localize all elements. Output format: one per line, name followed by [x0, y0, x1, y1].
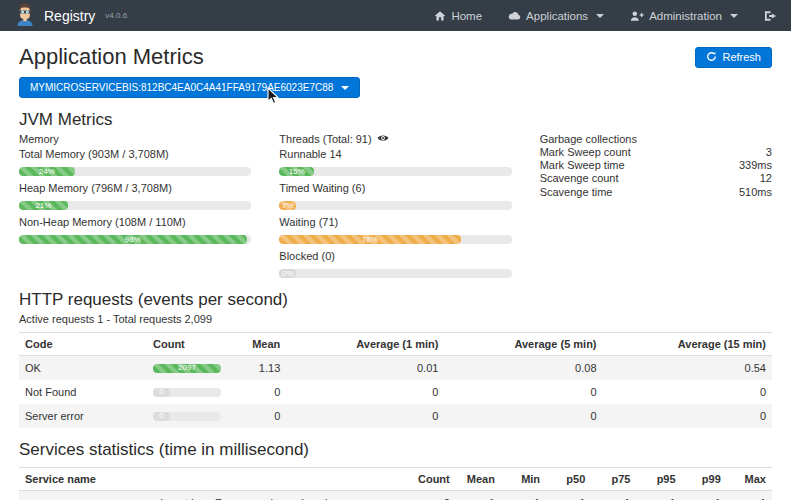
memory-heading: Memory: [19, 133, 251, 146]
metric-label: Non-Heap Memory (108M / 110M): [19, 216, 251, 229]
chevron-down-icon: [730, 14, 738, 18]
progress-bar: 0: [153, 388, 170, 397]
gc-label: Mark Sweep count: [540, 146, 631, 159]
jhipster-logo-icon: [14, 2, 36, 30]
col-header-code: Code: [19, 333, 147, 356]
avg15-cell: 0: [603, 380, 772, 404]
metric-label: Heap Memory (796M / 3,708M): [19, 182, 251, 195]
threads-column: Threads (Total: 91) Runnable 14 15%: [279, 133, 511, 278]
gc-row-scavenge-count: Scavenge count 12: [540, 172, 772, 185]
progress-bar: 15%: [279, 167, 314, 176]
gc-column: Garbage collections Mark Sweep count 3 M…: [540, 133, 772, 278]
metric-runnable: Runnable 14 15%: [279, 148, 511, 176]
nav-item-label: Applications: [526, 10, 588, 22]
progress-track: 0: [153, 412, 221, 421]
count-cell: 0: [147, 380, 245, 404]
page-title: Application Metrics: [19, 44, 204, 70]
p99-cell: 1: [682, 491, 727, 500]
nav-item-administration[interactable]: Administration: [630, 10, 738, 22]
mean-cell: 0: [245, 404, 286, 428]
col-header-avg15: Average (15 min): [603, 333, 772, 356]
col-header-mean: Mean: [456, 468, 501, 491]
progress-bar: 0: [153, 412, 170, 421]
gc-heading: Garbage collections: [540, 133, 772, 146]
code-cell: OK: [19, 356, 147, 381]
col-header-min: Min: [501, 468, 546, 491]
count-cell: 2097: [147, 356, 245, 381]
http-requests-summary: Active requests 1 - Total requests 2,099: [19, 313, 772, 325]
avg15-cell: 0.54: [603, 356, 772, 381]
metric-label: Runnable 14: [279, 148, 511, 161]
p95-cell: 1: [636, 491, 681, 500]
progress-track: 2097: [153, 364, 221, 373]
progress-bar: 7%: [279, 201, 296, 210]
refresh-button[interactable]: Refresh: [695, 47, 772, 68]
progress-track: 0: [153, 388, 221, 397]
metric-label: Timed Waiting (6): [279, 182, 511, 195]
jvm-metrics-grid: Memory Total Memory (903M / 3,708M) 24% …: [19, 133, 772, 278]
p50-cell: 1: [546, 491, 591, 500]
progress-track: 21%: [19, 201, 251, 210]
col-header-count: Count: [147, 333, 245, 356]
col-header-p50: p50: [546, 468, 591, 491]
table-row-ok: OK 2097 1.13 0.01 0.08 0.54: [19, 356, 772, 381]
main-content: Application Metrics Refresh MYMICROSERVI…: [0, 44, 791, 500]
metric-non-heap-memory: Non-Heap Memory (108M / 110M) 98%: [19, 216, 251, 244]
col-header-count: Count: [411, 468, 456, 491]
avg1-cell: 0.01: [286, 356, 444, 381]
metric-label: Total Memory (903M / 3,708M): [19, 148, 251, 161]
max-cell: 1: [727, 491, 772, 500]
avg1-cell: 0: [286, 404, 444, 428]
chevron-down-icon: [341, 86, 349, 90]
gc-row-scavenge-time: Scavenge time 510ms: [540, 186, 772, 199]
table-row-server-error: Server error 0 0 0 0 0: [19, 404, 772, 428]
mean-cell: 0: [245, 380, 286, 404]
services-statistics-table: Service name Count Mean Min p50 p75 p95 …: [19, 467, 772, 500]
code-cell: Server error: [19, 404, 147, 428]
min-cell: 1: [501, 491, 546, 500]
brand-version: v4.0.6: [105, 11, 127, 20]
gc-label: Scavenge count: [540, 172, 619, 185]
col-header-mean: Mean: [245, 333, 286, 356]
nav-item-logout[interactable]: [764, 10, 777, 22]
metric-label: Blocked (0): [279, 250, 511, 263]
jvm-metrics-heading: JVM Metrics: [19, 110, 772, 130]
instance-selector-dropdown[interactable]: MYMICROSERVICEBIS:812BC4EA0C4A41FFA9179A…: [19, 77, 360, 98]
table-header-row: Service name Count Mean Min p50 p75 p95 …: [19, 468, 772, 491]
count-cell: 0: [147, 404, 245, 428]
col-header-max: Max: [727, 468, 772, 491]
col-header-service-name: Service name: [19, 468, 411, 491]
p75-cell: 1: [591, 491, 636, 500]
memory-column: Memory Total Memory (903M / 3,708M) 24% …: [19, 133, 251, 278]
nav-item-label: Home: [451, 10, 482, 22]
avg15-cell: 0: [603, 404, 772, 428]
col-header-p95: p95: [636, 468, 681, 491]
avg1-cell: 0: [286, 380, 444, 404]
table-row-changelevel: com.mycompany.myapp.web.rest.LogsResourc…: [19, 491, 772, 500]
nav-item-applications[interactable]: Applications: [508, 10, 604, 22]
count-cell: 2: [411, 491, 456, 500]
gc-value: 3: [766, 146, 772, 159]
progress-track: 24%: [19, 167, 251, 176]
instance-selector-label: MYMICROSERVICEBIS:812BC4EA0C4A41FFA9179A…: [30, 82, 333, 93]
refresh-label: Refresh: [722, 51, 761, 63]
brand[interactable]: Registry v4.0.6: [14, 2, 127, 30]
progress-bar: 0%: [279, 269, 296, 278]
avg5-cell: 0: [444, 380, 602, 404]
eye-icon[interactable]: [377, 133, 389, 146]
refresh-icon: [706, 51, 717, 64]
progress-track: 78%: [279, 235, 511, 244]
gc-label: Scavenge time: [540, 186, 613, 199]
cloud-icon: [508, 10, 521, 21]
nav-item-home[interactable]: Home: [434, 10, 482, 22]
gc-value: 12: [760, 172, 772, 185]
avg5-cell: 0.08: [444, 356, 602, 381]
user-plus-icon: [630, 10, 644, 22]
col-header-avg1: Average (1 min): [286, 333, 444, 356]
sign-out-icon: [764, 10, 777, 22]
metric-total-memory: Total Memory (903M / 3,708M) 24%: [19, 148, 251, 176]
metric-timed-waiting: Timed Waiting (6) 7%: [279, 182, 511, 210]
gc-row-mark-sweep-count: Mark Sweep count 3: [540, 146, 772, 159]
metric-heap-memory: Heap Memory (796M / 3,708M) 21%: [19, 182, 251, 210]
code-cell: Not Found: [19, 380, 147, 404]
